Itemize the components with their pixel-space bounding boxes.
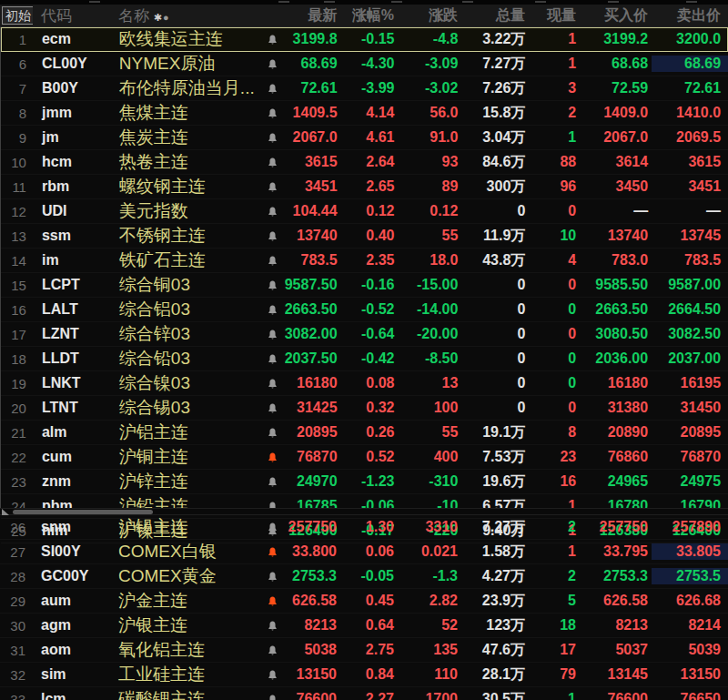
- cell-sell-price: 626.68: [652, 593, 728, 609]
- table-row[interactable]: 14 im 铁矿石主连 783.5 2.35 18.0 43.8万 4 783.…: [1, 249, 728, 273]
- cell-volume: 0: [461, 326, 529, 342]
- alert-bell-icon[interactable]: [261, 80, 285, 96]
- table-row[interactable]: 30 agm 沪银主连 8213 0.64 52 123万 18 8213 82…: [0, 614, 728, 638]
- cell-code: snm: [33, 519, 116, 535]
- splitter-grip-icon[interactable]: [2, 509, 9, 515]
- pane-splitter[interactable]: [0, 508, 728, 515]
- table-row[interactable]: 13 ssm 不锈钢主连 13740 0.40 55 11.9万 10 1374…: [1, 224, 728, 249]
- cell-buy-price: 2067.0: [580, 129, 652, 146]
- cell-code: CL00Y: [34, 56, 117, 72]
- column-header-name[interactable]: 名称 ✱●: [116, 5, 260, 26]
- alert-bell-icon[interactable]: [261, 203, 285, 219]
- alert-bell-icon[interactable]: [261, 129, 285, 146]
- cell-sell-price: 3082.50: [652, 326, 728, 342]
- table-row[interactable]: 28 GC00Y COMEX黄金 2753.3 -0.05 -1.3 4.27万…: [0, 564, 728, 589]
- table-row[interactable]: 29 aum 沪金主连 626.58 0.45 2.82 23.9万 5 626…: [0, 589, 728, 614]
- table-row[interactable]: 21 alm 沪铝主连 20895 0.26 55 19.1万 8 20890 …: [1, 421, 728, 445]
- table-row[interactable]: 27 SI00Y COMEX白银 33.800 0.06 0.021 1.58万…: [0, 540, 728, 564]
- alert-bell-icon[interactable]: [260, 568, 284, 584]
- alert-bell-icon[interactable]: [260, 642, 284, 658]
- alert-bell-icon[interactable]: [261, 449, 285, 465]
- cell-sell-price: 5039: [652, 642, 728, 658]
- cell-change: 52: [398, 617, 461, 634]
- alert-bell-icon[interactable]: [260, 519, 284, 535]
- table-row[interactable]: 32 sim 工业硅主连 13150 0.84 110 28.1万 79 131…: [0, 663, 728, 687]
- initial-sort-button[interactable]: 初始: [0, 6, 33, 25]
- cell-code: LLDT: [34, 350, 117, 367]
- cell-latest: 68.69: [285, 56, 339, 72]
- table-row[interactable]: 8 jmm 焦煤主连 1409.5 4.14 56.0 15.8万 2 1409…: [1, 101, 728, 126]
- column-header-chg[interactable]: 涨跌: [398, 6, 461, 25]
- table-row[interactable]: 18 LLDT 综合铅03 2037.50 -0.42 -8.50 0 0 20…: [1, 347, 728, 371]
- alert-bell-icon[interactable]: [261, 400, 285, 416]
- alert-bell-icon[interactable]: [261, 277, 285, 293]
- cell-latest: 783.5: [285, 252, 339, 269]
- alert-bell-icon[interactable]: [261, 178, 285, 195]
- alert-bell-icon[interactable]: [261, 154, 285, 170]
- column-header-sell[interactable]: 卖出价: [652, 6, 728, 25]
- alert-bell-icon[interactable]: [261, 350, 285, 367]
- table-row[interactable]: 6 CL00Y NYMEX原油 68.69 -4.30 -3.09 7.27万 …: [1, 52, 728, 76]
- cell-sell-price: 13745: [652, 228, 728, 244]
- alert-bell-icon[interactable]: [261, 105, 285, 121]
- table-row[interactable]: 33 lcm 碳酸锂主连 76600 2.27 1700 30.5万 1 766…: [0, 687, 728, 700]
- cell-change: -1.3: [398, 568, 461, 584]
- column-header-buy[interactable]: 买入价: [580, 6, 652, 25]
- table-row[interactable]: 11 rbm 螺纹钢主连 3451 2.65 89 300万 96 3450 3…: [1, 175, 728, 199]
- cell-current-volume: 79: [529, 666, 580, 683]
- cell-current-volume: 0: [529, 277, 580, 293]
- cell-change-pct: 0.84: [339, 666, 398, 683]
- table-row[interactable]: 20 LTNT 综合锡03 31425 0.32 100 0 0 31380 3…: [1, 396, 728, 421]
- column-header-latest[interactable]: 最新: [284, 6, 339, 25]
- alert-bell-icon[interactable]: [261, 56, 285, 72]
- cell-sell-price: 9587.00: [652, 277, 728, 293]
- table-row[interactable]: 19 LNKT 综合镍03 16180 0.08 13 0 0 16180 16…: [1, 371, 728, 396]
- alert-bell-icon[interactable]: [261, 375, 285, 391]
- cell-volume: 84.6万: [461, 153, 529, 172]
- cell-code: LZNT: [34, 326, 117, 342]
- cell-code: alm: [34, 424, 117, 441]
- table-row[interactable]: 10 hcm 热卷主连 3615 2.64 93 84.6万 88 3614 3…: [1, 150, 728, 175]
- cell-buy-price: 3080.50: [580, 326, 652, 342]
- alert-bell-icon[interactable]: [260, 593, 284, 609]
- cell-latest: 257750: [284, 519, 339, 535]
- cell-latest: 3082.00: [285, 326, 339, 342]
- alert-bell-icon[interactable]: [260, 543, 284, 560]
- table-row[interactable]: 9 jm 焦炭主连 2067.0 4.61 91.0 3.04万 1 2067.…: [1, 126, 728, 150]
- cell-buy-price: 783.0: [580, 252, 652, 269]
- grid-tick: [462, 1, 473, 3]
- table-row[interactable]: 1 ecm 欧线集运主连 3199.8 -0.15 -4.8 3.22万 1 3…: [1, 27, 728, 52]
- alert-bell-icon[interactable]: [261, 326, 285, 342]
- column-header-vol[interactable]: 总量: [461, 6, 529, 25]
- alert-bell-icon[interactable]: [261, 424, 285, 441]
- alert-bell-icon[interactable]: [261, 252, 285, 269]
- alert-bell-icon[interactable]: [260, 666, 284, 683]
- horizontal-scrollbar-thumb[interactable]: [13, 510, 153, 514]
- table-row[interactable]: 16 LALT 综合铝03 2663.50 -0.52 -14.00 0 0 2…: [1, 298, 728, 322]
- row-number: 8: [1, 106, 34, 121]
- column-header-cur[interactable]: 现量: [529, 6, 580, 25]
- alert-bell-icon[interactable]: [261, 301, 285, 318]
- column-header-code[interactable]: 代码: [33, 5, 116, 26]
- table-row[interactable]: 26 snm 沪锡主连 257750 1.30 3310 7.27万 2 257…: [0, 515, 728, 540]
- alert-bell-icon[interactable]: [261, 473, 285, 490]
- alert-bell-icon[interactable]: [261, 31, 285, 47]
- table-row[interactable]: 7 B00Y 布伦特原油当月... 72.61 -3.99 -3.02 7.26…: [1, 76, 728, 101]
- cell-latest: 16180: [285, 375, 339, 391]
- alert-bell-icon[interactable]: [261, 228, 285, 244]
- table-row[interactable]: 12 UDI 美元指数 104.44 0.12 0.12 0 0 — —: [1, 199, 728, 224]
- column-header-pct[interactable]: 涨幅%: [339, 6, 398, 25]
- cell-volume: 11.9万: [461, 227, 529, 246]
- cell-buy-price: 13145: [580, 666, 652, 683]
- table-row[interactable]: 15 LCPT 综合铜03 9587.50 -0.16 -15.00 0 0 9…: [1, 273, 728, 298]
- table-row[interactable]: 31 aom 氧化铝主连 5038 2.75 135 47.6万 17 5037…: [0, 638, 728, 663]
- cell-sell-price: 3451: [652, 178, 728, 195]
- alert-bell-icon[interactable]: [260, 617, 284, 634]
- row-number: 23: [1, 474, 34, 490]
- table-row[interactable]: 17 LZNT 综合锌03 3082.00 -0.64 -20.00 0 0 3…: [1, 322, 728, 347]
- table-row[interactable]: 22 cum 沪铜主连 76870 0.52 400 7.53万 23 7686…: [1, 445, 728, 470]
- row-number: 13: [1, 228, 34, 244]
- table-row[interactable]: 23 znm 沪锌主连 24970 -1.23 -310 19.6万 16 24…: [1, 470, 728, 494]
- cell-volume: 3.22万: [461, 30, 529, 49]
- alert-bell-icon[interactable]: [260, 691, 284, 700]
